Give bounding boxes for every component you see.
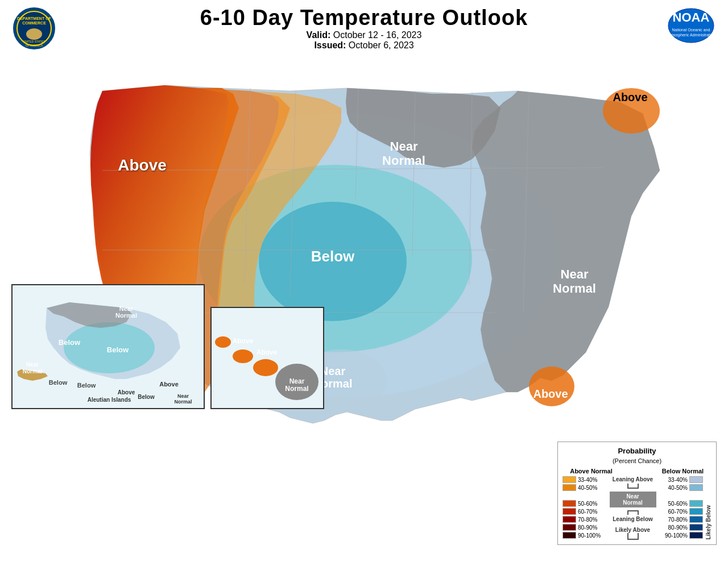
issued-date-line: Issued: October 6, 2023	[0, 40, 728, 51]
hawaii-inset: Above Above Near Normal	[210, 307, 324, 409]
svg-point-50	[215, 336, 231, 348]
svg-text:Below: Below	[138, 394, 155, 400]
svg-text:Above: Above	[118, 389, 135, 396]
likely-below-label: Likely Below	[705, 505, 712, 540]
above-normal-col-title: Above Normal	[562, 468, 620, 474]
leaning-below-label: Leaning Below	[613, 516, 653, 522]
page-title: 6-10 Day Temperature Outlook	[0, 6, 728, 30]
svg-text:Near: Near	[177, 393, 189, 399]
valid-date: October 12 - 16, 2023	[333, 30, 422, 40]
issued-label: Issued:	[314, 40, 346, 50]
alaska-inset: Near Normal Below Below Aleutian Islands…	[11, 284, 205, 409]
svg-text:Normal: Normal	[553, 281, 596, 295]
svg-text:Near: Near	[26, 361, 39, 368]
likely-above-label: Likely Above	[615, 527, 650, 533]
svg-text:Normal: Normal	[23, 368, 43, 374]
issued-date: October 6, 2023	[349, 40, 414, 50]
label-near-normal-e: Near	[561, 267, 589, 281]
legend-subtitle: (Percent Chance)	[562, 457, 712, 464]
svg-text:Aleutian Islands: Aleutian Islands	[88, 397, 131, 403]
svg-text:Above: Above	[233, 337, 254, 345]
svg-point-16	[529, 367, 574, 406]
main-map-svg: Above Below Near Normal Near Normal Near…	[6, 57, 722, 489]
svg-point-49	[233, 349, 253, 363]
leaning-above-label: Leaning Above	[613, 476, 653, 482]
svg-text:Above: Above	[159, 381, 179, 388]
svg-text:Near: Near	[119, 305, 134, 312]
svg-text:Below: Below	[59, 338, 81, 347]
svg-text:Near: Near	[289, 377, 305, 385]
svg-text:Below: Below	[107, 345, 129, 354]
svg-text:Normal: Normal	[174, 399, 192, 405]
label-above-nw: Above	[118, 156, 167, 174]
svg-text:Normal: Normal	[382, 153, 425, 168]
label-below-center: Below	[311, 248, 355, 265]
valid-label: Valid:	[307, 30, 331, 40]
svg-point-48	[253, 359, 278, 376]
svg-text:Normal: Normal	[115, 312, 137, 319]
label-above-ne: Above	[613, 91, 647, 103]
label-near-normal-n: Near	[390, 139, 418, 153]
svg-text:Normal: Normal	[285, 385, 308, 393]
page-header: 6-10 Day Temperature Outlook Valid: Octo…	[0, 0, 728, 51]
main-map-container: Above Below Near Normal Near Normal Near…	[6, 57, 722, 489]
valid-date-line: Valid: October 12 - 16, 2023	[0, 30, 728, 40]
legend-title: Probability	[562, 447, 712, 455]
svg-text:Below: Below	[49, 379, 68, 386]
label-above-fl: Above	[533, 388, 568, 400]
legend: Probability (Percent Chance) Above Norma…	[557, 442, 717, 545]
svg-text:Above: Above	[257, 348, 278, 356]
svg-text:Below: Below	[77, 382, 96, 389]
near-normal-legend: NearNormal	[610, 492, 656, 507]
below-normal-col-title: Below Normal	[654, 468, 712, 474]
